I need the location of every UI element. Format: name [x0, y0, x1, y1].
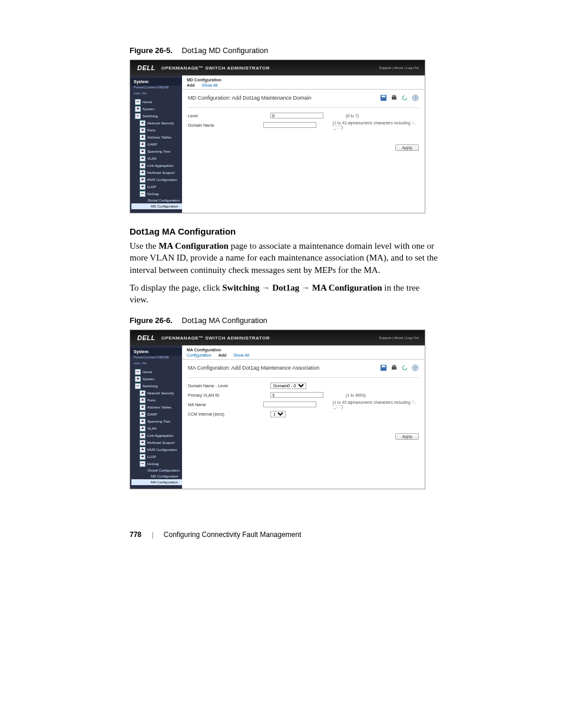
svg-rect-9	[392, 365, 396, 367]
main-panel: MA Configuration Configuration Add Show …	[182, 345, 425, 489]
sidebar-user: root, r/w	[130, 91, 182, 97]
print-icon[interactable]	[391, 364, 398, 371]
sidebar-header: System	[130, 78, 182, 85]
tree-ma-configuration[interactable]: MA Configuration	[131, 479, 182, 485]
tree-global-config[interactable]: Global Configuration	[131, 197, 182, 203]
figure-label: Figure 26-5.	[130, 46, 173, 55]
main-panel: MD Configuration Add Show All MD Configu…	[182, 75, 425, 213]
figure-label: Figure 26-6.	[130, 316, 173, 325]
arrow-icon: →	[262, 283, 272, 292]
footer-separator: |	[151, 531, 153, 539]
app-topbar: DELL OPENMANAGE™ SWITCH ADMINISTRATOR Su…	[130, 330, 425, 345]
screenshot-md-configuration: DELL OPENMANAGE™ SWITCH ADMINISTRATOR Su…	[130, 60, 425, 213]
tree-system[interactable]: +System	[131, 106, 182, 113]
select-domain-level[interactable]: Domain0 - 0	[270, 383, 306, 389]
hint-ma-name: (1 to 45 alphanumeric characters includi…	[333, 400, 419, 409]
tree-network-security[interactable]: +Network Security	[131, 390, 182, 397]
tree-lldp[interactable]: +LLDP	[131, 453, 182, 460]
label-domain-name: Domain Name	[188, 123, 263, 127]
tree-switching[interactable]: −Switching	[131, 113, 182, 120]
row-vlan: Primary VLAN ID (1 to 4093)	[188, 391, 419, 399]
page-number: 778	[130, 531, 141, 539]
row-domain-level: Domain Name - Level Domain0 - 0	[188, 381, 419, 390]
tree-md-configuration[interactable]: MD Configuration	[131, 473, 182, 479]
tree-multicast[interactable]: +Multicast Support	[131, 439, 182, 446]
print-icon[interactable]	[391, 94, 398, 101]
tree-garp[interactable]: +GARP	[131, 141, 182, 148]
top-links[interactable]: Support | About | Log Out	[379, 66, 419, 70]
svg-rect-8	[392, 367, 396, 370]
form-area: Domain Name - Level Domain0 - 0 Primary …	[182, 375, 425, 426]
tree-home[interactable]: −Home	[131, 98, 182, 106]
hint-vlan: (1 to 4093)	[346, 393, 366, 397]
label-domain-level: Domain Name - Level	[188, 384, 270, 388]
section-heading: Dot1ag MA Configuration	[130, 226, 438, 236]
tree-mvr[interactable]: +MVR Configuration	[131, 176, 182, 183]
tree-address-tables[interactable]: +Address Tables	[131, 134, 182, 141]
apply-button[interactable]: Apply	[395, 144, 419, 151]
panel-title: MA Configuration: Add Dot1ag Maintenance…	[188, 365, 319, 371]
input-ma-name[interactable]	[263, 401, 316, 407]
apply-button[interactable]: Apply	[395, 433, 419, 440]
save-icon[interactable]	[380, 364, 387, 371]
app-title: OPENMANAGE™ SWITCH ADMINISTRATOR	[161, 335, 270, 341]
tree-lldp[interactable]: +LLDP	[131, 183, 182, 190]
svg-text:?: ?	[414, 365, 417, 371]
tree-vlan[interactable]: +VLAN	[131, 425, 182, 432]
figure-caption: Figure 26-6. Dot1ag MA Configuration	[130, 316, 438, 325]
sidebar-user: root, r/w	[130, 361, 182, 367]
tree-link-aggregation[interactable]: +Link Aggregation	[131, 432, 182, 439]
svg-rect-7	[382, 365, 385, 367]
tree-ports[interactable]: +Ports	[131, 397, 182, 404]
tree-dot1ag[interactable]: −Dot1ag	[131, 460, 182, 467]
help-icon[interactable]: ?	[412, 94, 419, 101]
tree-network-security[interactable]: +Network Security	[131, 120, 182, 127]
tab-show-all[interactable]: Show All	[233, 353, 249, 357]
svg-text:?: ?	[414, 95, 417, 101]
tree-spanning-tree[interactable]: +Spanning Tree	[131, 148, 182, 155]
tree-system[interactable]: +System	[131, 375, 182, 383]
tree-mvr[interactable]: +MVR Configuration	[131, 446, 182, 453]
figure-caption: Figure 26-5. Dot1ag MD Configuration	[130, 46, 438, 55]
top-links[interactable]: Support | About | Log Out	[379, 336, 419, 340]
paragraph-1: Use the MA Configuration page to associa…	[130, 240, 438, 276]
select-ccm[interactable]: 1	[270, 411, 286, 417]
input-vlan[interactable]	[270, 392, 323, 398]
save-icon[interactable]	[380, 94, 387, 101]
tree-vlan[interactable]: +VLAN	[131, 155, 182, 162]
refresh-icon[interactable]	[401, 364, 408, 371]
sidebar: System PowerConnect M6348 root, r/w −Hom…	[130, 75, 182, 213]
row-ccm: CCM Interval (secs) 1	[188, 410, 419, 418]
figure-title: Dot1ag MA Configuration	[182, 316, 267, 325]
help-icon[interactable]: ?	[412, 364, 419, 371]
hint-level: (0 to 7)	[346, 114, 359, 118]
tree-multicast[interactable]: +Multicast Support	[131, 169, 182, 176]
sidebar: System PowerConnect M6348 root, r/w −Hom…	[130, 345, 182, 489]
page-footer: 778 | Configuring Connectivity Fault Man…	[130, 531, 438, 539]
tab-show-all[interactable]: Show All	[202, 83, 218, 87]
app-topbar: DELL OPENMANAGE™ SWITCH ADMINISTRATOR Su…	[130, 60, 425, 75]
tree-dot1ag[interactable]: −Dot1ag	[131, 190, 182, 197]
svg-rect-2	[392, 97, 396, 100]
tree-home[interactable]: −Home	[131, 368, 182, 375]
sidebar-device: PowerConnect M6348	[130, 85, 182, 91]
tree-ports[interactable]: +Ports	[131, 127, 182, 134]
form-area: Level (0 to 7) Domain Name (1 to 43 alph…	[182, 105, 425, 137]
figure-title: Dot1ag MD Configuration	[182, 46, 269, 55]
svg-rect-1	[382, 95, 385, 97]
input-domain-name[interactable]	[263, 122, 316, 128]
input-level[interactable]	[270, 113, 323, 118]
row-domain-name: Domain Name (1 to 43 alphanumeric charac…	[188, 121, 419, 129]
tree-garp[interactable]: +GARP	[131, 411, 182, 418]
tree-address-tables[interactable]: +Address Tables	[131, 404, 182, 411]
tree-switching[interactable]: −Switching	[131, 383, 182, 390]
refresh-icon[interactable]	[401, 94, 408, 101]
tree-spanning-tree[interactable]: +Spanning Tree	[131, 418, 182, 425]
tab-add[interactable]: Add	[219, 353, 227, 357]
tree-link-aggregation[interactable]: +Link Aggregation	[131, 162, 182, 169]
tab-add[interactable]: Add	[187, 83, 195, 87]
tree-global-config[interactable]: Global Configuration	[131, 467, 182, 473]
tree-md-configuration[interactable]: MD Configuration	[131, 203, 182, 209]
row-ma-name: MA Name (1 to 45 alphanumeric characters…	[188, 400, 419, 409]
tab-configuration[interactable]: Configuration	[187, 353, 211, 357]
